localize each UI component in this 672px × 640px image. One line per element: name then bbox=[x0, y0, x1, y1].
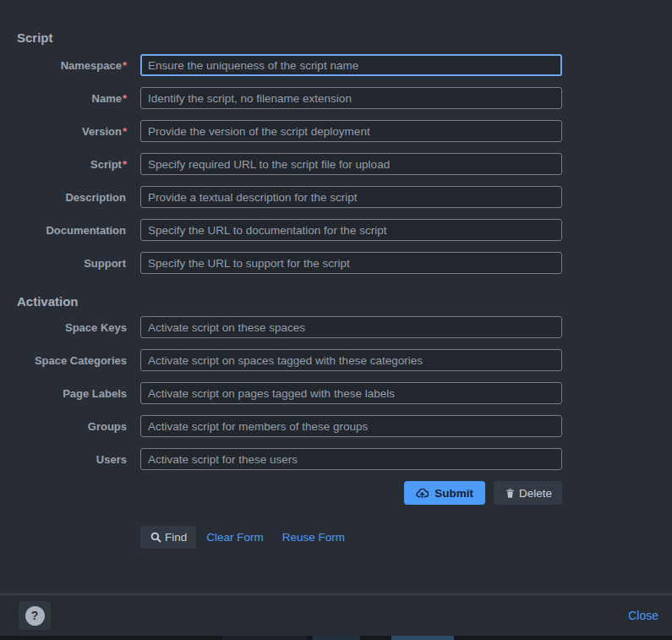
description-input[interactable] bbox=[140, 186, 562, 208]
clear-form-link[interactable]: Clear Form bbox=[206, 531, 264, 544]
version-label: Version* bbox=[17, 125, 127, 138]
groups-label: Groups bbox=[17, 420, 127, 433]
page-labels-label: Page Labels bbox=[17, 387, 127, 400]
groups-input[interactable] bbox=[140, 415, 562, 437]
form-row: Page Labels bbox=[17, 382, 562, 404]
delete-label: Delete bbox=[519, 487, 552, 500]
required-asterisk: * bbox=[123, 59, 127, 72]
dialog-footer: ? Close bbox=[0, 594, 672, 636]
form-row: Groups bbox=[17, 415, 562, 437]
find-label: Find bbox=[165, 531, 187, 544]
search-icon bbox=[150, 531, 165, 544]
name-label: Name* bbox=[17, 92, 127, 105]
users-input[interactable] bbox=[140, 448, 562, 470]
form-row: Namespace* bbox=[17, 54, 562, 76]
form-row: Description bbox=[17, 186, 562, 208]
background-fragment bbox=[313, 636, 360, 640]
background-fragment bbox=[391, 636, 454, 640]
delete-button[interactable]: Delete bbox=[494, 481, 562, 505]
primary-actions: Submit Delete bbox=[17, 481, 562, 505]
space-categories-input[interactable] bbox=[140, 349, 562, 371]
trash-icon bbox=[504, 487, 519, 500]
required-asterisk: * bbox=[123, 158, 127, 171]
form-row: Name* bbox=[17, 87, 562, 109]
form-row: Script* bbox=[17, 153, 562, 175]
help-button[interactable]: ? bbox=[19, 601, 51, 630]
script-url-input[interactable] bbox=[140, 153, 562, 175]
required-asterisk: * bbox=[123, 125, 127, 138]
cloud-upload-icon bbox=[416, 487, 434, 500]
submit-label: Submit bbox=[434, 487, 473, 500]
documentation-input[interactable] bbox=[140, 219, 562, 241]
form-row: Space Keys bbox=[17, 316, 562, 338]
support-label: Support bbox=[17, 257, 127, 270]
form-row: Documentation bbox=[17, 219, 562, 241]
space-keys-input[interactable] bbox=[140, 316, 562, 338]
documentation-label: Documentation bbox=[17, 224, 127, 237]
namespace-input[interactable] bbox=[140, 54, 562, 76]
question-mark-icon: ? bbox=[25, 606, 45, 626]
form-row: Support bbox=[17, 252, 562, 274]
form-row: Users bbox=[17, 448, 562, 470]
form-row: Space Categories bbox=[17, 349, 562, 371]
script-label: Script* bbox=[17, 158, 127, 171]
background-page-strip bbox=[0, 636, 672, 640]
secondary-actions: Find Clear Form Reuse Form bbox=[140, 526, 672, 549]
section-title-script: Script bbox=[17, 30, 672, 45]
find-button[interactable]: Find bbox=[140, 526, 196, 549]
submit-button[interactable]: Submit bbox=[404, 481, 485, 505]
space-categories-label: Space Categories bbox=[17, 354, 127, 367]
page-labels-input[interactable] bbox=[140, 382, 562, 404]
users-label: Users bbox=[17, 453, 127, 466]
form-row: Version* bbox=[17, 120, 562, 142]
required-asterisk: * bbox=[123, 92, 127, 105]
space-keys-label: Space Keys bbox=[17, 321, 127, 334]
name-input[interactable] bbox=[140, 87, 562, 109]
close-link[interactable]: Close bbox=[628, 609, 658, 622]
version-input[interactable] bbox=[140, 120, 562, 142]
script-form: Script Namespace* Name* Version* Script*… bbox=[0, 0, 672, 549]
section-title-activation: Activation bbox=[17, 294, 672, 309]
support-input[interactable] bbox=[140, 252, 562, 274]
background-fragment bbox=[222, 636, 307, 640]
namespace-label: Namespace* bbox=[17, 59, 127, 72]
reuse-form-link[interactable]: Reuse Form bbox=[282, 531, 345, 544]
description-label: Description bbox=[17, 191, 127, 204]
